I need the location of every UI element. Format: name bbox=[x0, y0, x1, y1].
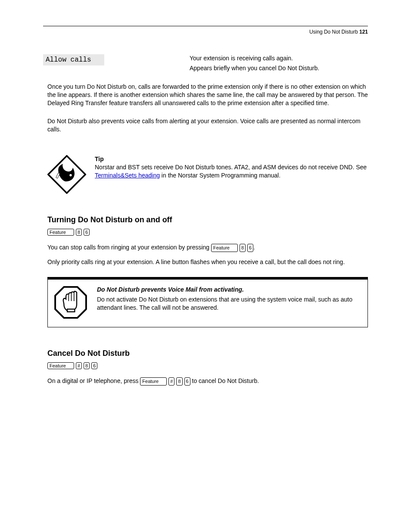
digit-key-8-cancel: 8 bbox=[84, 362, 90, 369]
hash-key: # bbox=[76, 362, 82, 369]
digit-key-6: 6 bbox=[84, 229, 90, 236]
tip-title: Tip bbox=[95, 155, 368, 163]
digit-key-8: 8 bbox=[76, 229, 82, 236]
drt-body-post: . bbox=[253, 244, 255, 251]
lcd-desc-2: Appears briefly when you cancel Do Not D… bbox=[190, 64, 319, 72]
key-sequence-inline: Feature 8 6 bbox=[211, 244, 253, 252]
warning-title: Do Not Disturb prevents Voice Mail from … bbox=[97, 286, 361, 294]
svg-rect-6 bbox=[67, 309, 75, 311]
paragraph-voice-calls: Do Not Disturb also prevents voice calls… bbox=[47, 117, 368, 134]
tip-body-post: in the Norstar System Programming manual… bbox=[160, 172, 280, 179]
lcd-display: Allow calls bbox=[43, 54, 104, 65]
feature-key: Feature bbox=[47, 229, 74, 236]
digit-key-6-cancel-inline: 6 bbox=[184, 377, 190, 386]
header-right: Using Do Not Disturb 121 bbox=[309, 29, 368, 35]
hash-key-inline: # bbox=[168, 377, 174, 386]
header-section-title: Using Do Not Disturb bbox=[309, 29, 359, 35]
drt-body-pre: You can stop calls from ringing at your … bbox=[47, 244, 211, 251]
paragraph-stop-ringing: You can stop calls from ringing at your … bbox=[47, 243, 368, 252]
digit-key-6-cancel: 6 bbox=[91, 362, 97, 369]
tip-body: Norstar and BST sets receive Do Not Dist… bbox=[95, 163, 368, 180]
digit-key-8-inline: 8 bbox=[240, 244, 246, 252]
feature-key-inline: Feature bbox=[211, 244, 238, 252]
cancel-body-pre: On a digital or IP telephone, press bbox=[47, 377, 140, 384]
paragraph-prime-ext: Once you turn Do Not Disturb on, calls a… bbox=[47, 83, 368, 107]
tip-link[interactable]: Terminals&Sets heading bbox=[95, 172, 160, 179]
key-sequence-cancel-inline: Feature # 8 6 bbox=[140, 377, 190, 386]
warning-body: Do not activate Do Not Disturb on extens… bbox=[97, 296, 361, 312]
heading-cancel: Cancel Do Not Disturb bbox=[47, 349, 368, 358]
key-sequence-dnd-on: Feature 8 6 bbox=[47, 229, 90, 236]
svg-point-1 bbox=[69, 174, 72, 176]
feature-key-cancel-inline: Feature bbox=[140, 377, 167, 386]
paragraph-priority-calls: Only priority calls ring at your extensi… bbox=[47, 258, 368, 266]
stop-icon bbox=[54, 286, 87, 319]
paragraph-cancel: On a digital or IP telephone, press Feat… bbox=[47, 377, 368, 386]
warning-box: Do Not Disturb prevents Voice Mail from … bbox=[47, 277, 368, 327]
feature-key-cancel: Feature bbox=[47, 362, 74, 369]
cancel-body-post: to cancel Do Not Disturb. bbox=[190, 377, 259, 384]
digit-key-6-inline: 6 bbox=[247, 244, 253, 252]
heading-turn-on-off: Turning Do Not Disturb on and off bbox=[47, 215, 368, 224]
heading-turn-on-off-text: Turning Do Not Disturb on and off bbox=[47, 215, 172, 224]
digit-key-8-cancel-inline: 8 bbox=[176, 377, 182, 386]
tip-body-pre: Norstar and BST sets receive Do Not Dist… bbox=[95, 164, 367, 171]
tip-icon bbox=[47, 155, 86, 194]
page-number: 121 bbox=[359, 29, 368, 35]
key-sequence-cancel: Feature # 8 6 bbox=[47, 362, 97, 369]
lcd-desc-1: Your extension is receiving calls again. bbox=[190, 54, 319, 62]
